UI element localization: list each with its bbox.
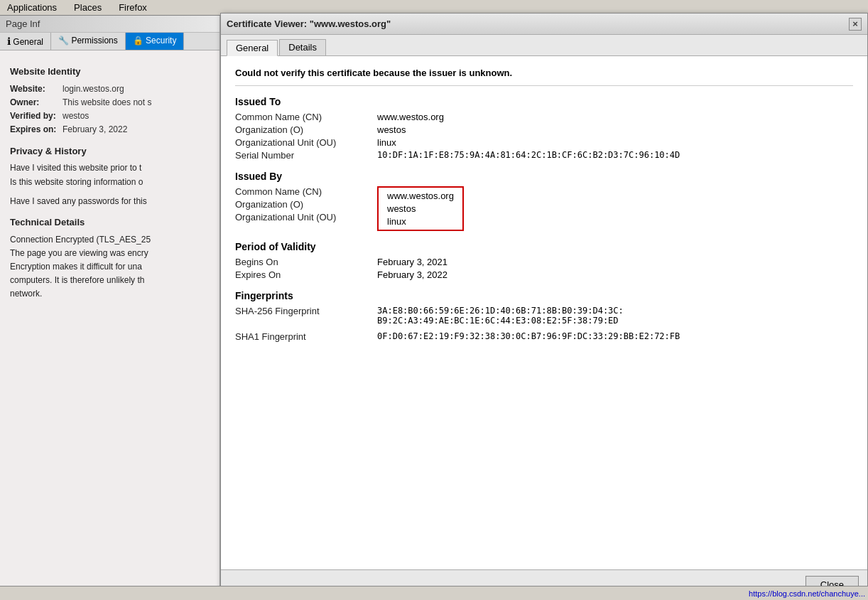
verified-label: Verified by: [10,109,60,123]
issued-to-org-label: Organization (O) [235,124,377,135]
fingerprints-title: Fingerprints [235,290,853,301]
expires-value: February 3, 2022 [63,123,127,136]
issued-to-ou-row: Organizational Unit (OU) linux [235,137,853,148]
issued-to-ou-label: Organizational Unit (OU) [235,137,377,148]
dialog-tabs: General Details [221,35,867,56]
verified-row: Verified by: westos [10,109,210,123]
sha1-row: SHA1 Fingerprint 0F:D0:67:E2:19:F9:32:38… [235,331,853,342]
website-identity-heading: Website Identity [10,65,210,80]
sha1-value: 0F:D0:67:E2:19:F9:32:38:30:0C:B7:96:9F:D… [377,331,680,341]
tab-security-label: Security [146,36,176,45]
issued-to-org-row: Organization (O) westos [235,124,853,135]
expires-row: Expires on: February 3, 2022 [10,123,210,136]
tab-permissions-label: Permissions [71,36,117,45]
tab-details[interactable]: Details [279,39,326,55]
validity-expires-label: Expires On [235,269,377,280]
tech-line-3: Encryption makes it difficult for una [10,260,210,274]
expires-label: Expires on: [10,123,60,136]
owner-label: Owner: [10,96,60,109]
website-row: Website: login.westos.org [10,82,210,96]
dialog-close-button[interactable]: × [849,18,862,31]
tech-line-4: computers. It is therefore unlikely th [10,274,210,287]
validity-begins-row: Begins On February 3, 2021 [235,257,853,267]
validity-title: Period of Validity [235,241,853,252]
issued-to-org-value: westos [377,124,406,135]
cert-warning: Could not verify this certificate becaus… [235,68,853,86]
menu-firefox[interactable]: Firefox [114,2,151,13]
dialog-title: Certificate Viewer: "www.westos.org" [227,18,391,29]
issued-by-values-box: www.westos.org westos linux [377,186,464,231]
issued-to-ou-value: linux [377,137,396,148]
issued-by-container: Common Name (CN) Organization (O) Organi… [235,186,853,231]
tech-line-5: network. [10,287,210,301]
privacy-line-3 [10,189,210,195]
issued-by-labels: Common Name (CN) Organization (O) Organi… [235,186,377,225]
dialog-body: Could not verify this certificate becaus… [221,56,867,569]
tab-security[interactable]: 🔒 Security [126,33,185,50]
tab-general-label: General [13,37,43,47]
panel-tabs: ℹ General 🔧 Permissions 🔒 Security [0,33,219,50]
privacy-line-4: Have I saved any passwords for this [10,195,210,208]
issued-by-org-label: Organization (O) [235,199,377,210]
issued-to-cn-value: www.westos.org [377,112,444,122]
issued-by-cn-label: Common Name (CN) [235,186,377,197]
issued-to-title: Issued To [235,96,853,107]
lock-icon: 🔒 [133,36,143,45]
verified-value: westos [63,109,89,123]
validity-expires-value: February 3, 2022 [377,269,447,280]
validity-begins-label: Begins On [235,257,377,267]
menu-places[interactable]: Places [70,2,106,13]
privacy-line-1: Have I visited this website prior to t [10,161,210,175]
sha256-label: SHA-256 Fingerprint [235,306,377,316]
issued-to-serial-label: Serial Number [235,150,377,161]
tech-line-1: Connection Encrypted (TLS_AES_25 [10,233,210,247]
validity-begins-value: February 3, 2021 [377,257,447,267]
issued-by-cn-row: Common Name (CN) [235,186,377,197]
issued-by-ou-row: Organizational Unit (OU) [235,212,377,223]
website-value: login.westos.org [63,82,124,96]
panel-content: Website Identity Website: login.westos.o… [0,50,219,309]
issued-to-cn-label: Common Name (CN) [235,112,377,122]
privacy-line-2: Is this website storing information o [10,176,210,189]
permissions-icon: 🔧 [58,36,69,45]
issued-by-title: Issued By [235,171,853,182]
tab-permissions[interactable]: 🔧 Permissions [51,33,126,50]
sha256-value: 3A:E8:B0:66:59:6E:26:1D:40:6B:71:8B:B0:3… [377,306,624,326]
issued-to-serial-row: Serial Number 10:DF:1A:1F:E8:75:9A:4A:81… [235,150,853,161]
statusbar: https://blog.csdn.net/chanchuye... [0,586,868,600]
issued-by-org-row: Organization (O) [235,199,377,210]
technical-heading: Technical Details [10,215,210,230]
tab-general[interactable]: ℹ General [0,33,51,50]
issued-by-org-value: westos [387,203,454,214]
issued-by-cn-value: www.westos.org [387,191,454,201]
sha1-label: SHA1 Fingerprint [235,331,377,342]
sha256-row: SHA-256 Fingerprint 3A:E8:B0:66:59:6E:26… [235,306,853,326]
owner-value: This website does not s [63,96,151,109]
certificate-viewer-dialog: Certificate Viewer: "www.westos.org" × G… [220,13,868,600]
page-info-panel: Page Inf ℹ General 🔧 Permissions 🔒 Secur… [0,16,220,600]
issued-by-ou-label: Organizational Unit (OU) [235,212,377,223]
menu-applications[interactable]: Applications [3,2,61,13]
status-url: https://blog.csdn.net/chanchuye... [749,589,865,598]
panel-title: Page Inf [0,16,219,33]
website-label: Website: [10,82,60,96]
tab-general[interactable]: General [227,40,278,56]
issued-to-serial-value: 10:DF:1A:1F:E8:75:9A:4A:81:64:2C:1B:CF:6… [377,150,680,160]
issued-by-ou-value: linux [387,216,454,227]
tech-line-2: The page you are viewing was encry [10,247,210,260]
issued-to-cn-row: Common Name (CN) www.westos.org [235,112,853,122]
dialog-titlebar: Certificate Viewer: "www.westos.org" × [221,14,867,35]
privacy-heading: Privacy & History [10,144,210,159]
validity-expires-row: Expires On February 3, 2022 [235,269,853,280]
owner-row: Owner: This website does not s [10,96,210,109]
info-icon: ℹ [7,36,11,47]
